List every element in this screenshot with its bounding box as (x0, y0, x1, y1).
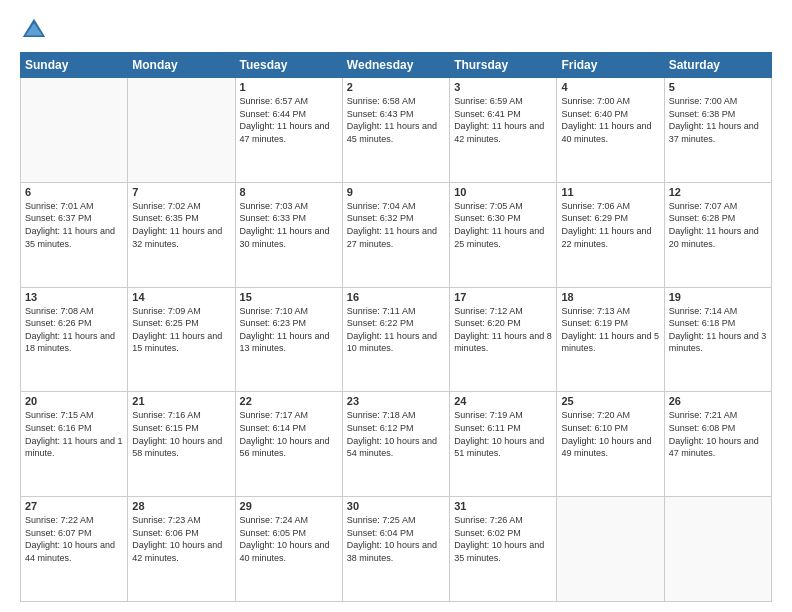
day-number: 5 (669, 81, 767, 93)
day-detail: Sunrise: 7:25 AMSunset: 6:04 PMDaylight:… (347, 514, 445, 564)
day-number: 25 (561, 395, 659, 407)
page: SundayMondayTuesdayWednesdayThursdayFrid… (0, 0, 792, 612)
day-detail: Sunrise: 7:12 AMSunset: 6:20 PMDaylight:… (454, 305, 552, 355)
day-number: 4 (561, 81, 659, 93)
day-number: 17 (454, 291, 552, 303)
day-number: 23 (347, 395, 445, 407)
calendar-day-cell: 25Sunrise: 7:20 AMSunset: 6:10 PMDayligh… (557, 392, 664, 497)
weekday-header-saturday: Saturday (664, 53, 771, 78)
weekday-header-tuesday: Tuesday (235, 53, 342, 78)
calendar-day-cell: 7Sunrise: 7:02 AMSunset: 6:35 PMDaylight… (128, 182, 235, 287)
day-number: 12 (669, 186, 767, 198)
weekday-header-sunday: Sunday (21, 53, 128, 78)
header (20, 16, 772, 44)
day-number: 30 (347, 500, 445, 512)
day-detail: Sunrise: 6:59 AMSunset: 6:41 PMDaylight:… (454, 95, 552, 145)
day-detail: Sunrise: 7:15 AMSunset: 6:16 PMDaylight:… (25, 409, 123, 459)
day-detail: Sunrise: 7:05 AMSunset: 6:30 PMDaylight:… (454, 200, 552, 250)
calendar-day-cell: 13Sunrise: 7:08 AMSunset: 6:26 PMDayligh… (21, 287, 128, 392)
calendar-week-row: 1Sunrise: 6:57 AMSunset: 6:44 PMDaylight… (21, 78, 772, 183)
calendar-day-cell: 5Sunrise: 7:00 AMSunset: 6:38 PMDaylight… (664, 78, 771, 183)
calendar-day-cell: 1Sunrise: 6:57 AMSunset: 6:44 PMDaylight… (235, 78, 342, 183)
day-number: 22 (240, 395, 338, 407)
day-number: 11 (561, 186, 659, 198)
day-detail: Sunrise: 7:06 AMSunset: 6:29 PMDaylight:… (561, 200, 659, 250)
calendar-day-cell: 19Sunrise: 7:14 AMSunset: 6:18 PMDayligh… (664, 287, 771, 392)
weekday-header-row: SundayMondayTuesdayWednesdayThursdayFrid… (21, 53, 772, 78)
calendar-day-cell: 2Sunrise: 6:58 AMSunset: 6:43 PMDaylight… (342, 78, 449, 183)
day-number: 1 (240, 81, 338, 93)
day-detail: Sunrise: 7:21 AMSunset: 6:08 PMDaylight:… (669, 409, 767, 459)
day-detail: Sunrise: 7:22 AMSunset: 6:07 PMDaylight:… (25, 514, 123, 564)
calendar-day-cell: 14Sunrise: 7:09 AMSunset: 6:25 PMDayligh… (128, 287, 235, 392)
calendar-day-cell: 8Sunrise: 7:03 AMSunset: 6:33 PMDaylight… (235, 182, 342, 287)
day-number: 18 (561, 291, 659, 303)
calendar-day-cell: 17Sunrise: 7:12 AMSunset: 6:20 PMDayligh… (450, 287, 557, 392)
day-detail: Sunrise: 7:01 AMSunset: 6:37 PMDaylight:… (25, 200, 123, 250)
calendar-day-cell: 12Sunrise: 7:07 AMSunset: 6:28 PMDayligh… (664, 182, 771, 287)
calendar-day-cell: 21Sunrise: 7:16 AMSunset: 6:15 PMDayligh… (128, 392, 235, 497)
calendar-day-cell: 26Sunrise: 7:21 AMSunset: 6:08 PMDayligh… (664, 392, 771, 497)
calendar-day-cell: 6Sunrise: 7:01 AMSunset: 6:37 PMDaylight… (21, 182, 128, 287)
calendar-day-cell: 24Sunrise: 7:19 AMSunset: 6:11 PMDayligh… (450, 392, 557, 497)
day-number: 29 (240, 500, 338, 512)
calendar-day-cell (664, 497, 771, 602)
calendar-day-cell: 23Sunrise: 7:18 AMSunset: 6:12 PMDayligh… (342, 392, 449, 497)
calendar-day-cell: 4Sunrise: 7:00 AMSunset: 6:40 PMDaylight… (557, 78, 664, 183)
day-detail: Sunrise: 6:57 AMSunset: 6:44 PMDaylight:… (240, 95, 338, 145)
day-number: 6 (25, 186, 123, 198)
day-detail: Sunrise: 7:19 AMSunset: 6:11 PMDaylight:… (454, 409, 552, 459)
calendar-day-cell: 20Sunrise: 7:15 AMSunset: 6:16 PMDayligh… (21, 392, 128, 497)
day-detail: Sunrise: 7:02 AMSunset: 6:35 PMDaylight:… (132, 200, 230, 250)
calendar-day-cell: 29Sunrise: 7:24 AMSunset: 6:05 PMDayligh… (235, 497, 342, 602)
calendar-day-cell (128, 78, 235, 183)
day-number: 20 (25, 395, 123, 407)
day-number: 3 (454, 81, 552, 93)
calendar-day-cell: 28Sunrise: 7:23 AMSunset: 6:06 PMDayligh… (128, 497, 235, 602)
calendar-day-cell: 31Sunrise: 7:26 AMSunset: 6:02 PMDayligh… (450, 497, 557, 602)
weekday-header-monday: Monday (128, 53, 235, 78)
day-detail: Sunrise: 7:17 AMSunset: 6:14 PMDaylight:… (240, 409, 338, 459)
calendar-week-row: 20Sunrise: 7:15 AMSunset: 6:16 PMDayligh… (21, 392, 772, 497)
day-number: 15 (240, 291, 338, 303)
day-number: 19 (669, 291, 767, 303)
day-number: 21 (132, 395, 230, 407)
day-detail: Sunrise: 7:26 AMSunset: 6:02 PMDaylight:… (454, 514, 552, 564)
day-detail: Sunrise: 7:20 AMSunset: 6:10 PMDaylight:… (561, 409, 659, 459)
day-detail: Sunrise: 7:14 AMSunset: 6:18 PMDaylight:… (669, 305, 767, 355)
calendar-week-row: 27Sunrise: 7:22 AMSunset: 6:07 PMDayligh… (21, 497, 772, 602)
day-detail: Sunrise: 7:00 AMSunset: 6:38 PMDaylight:… (669, 95, 767, 145)
day-number: 31 (454, 500, 552, 512)
calendar-day-cell (21, 78, 128, 183)
weekday-header-wednesday: Wednesday (342, 53, 449, 78)
day-number: 2 (347, 81, 445, 93)
day-number: 7 (132, 186, 230, 198)
day-detail: Sunrise: 7:23 AMSunset: 6:06 PMDaylight:… (132, 514, 230, 564)
weekday-header-thursday: Thursday (450, 53, 557, 78)
logo-icon (20, 16, 48, 44)
day-number: 8 (240, 186, 338, 198)
calendar-day-cell: 11Sunrise: 7:06 AMSunset: 6:29 PMDayligh… (557, 182, 664, 287)
day-detail: Sunrise: 7:08 AMSunset: 6:26 PMDaylight:… (25, 305, 123, 355)
calendar-day-cell: 27Sunrise: 7:22 AMSunset: 6:07 PMDayligh… (21, 497, 128, 602)
calendar-day-cell: 9Sunrise: 7:04 AMSunset: 6:32 PMDaylight… (342, 182, 449, 287)
calendar-day-cell: 10Sunrise: 7:05 AMSunset: 6:30 PMDayligh… (450, 182, 557, 287)
day-number: 27 (25, 500, 123, 512)
calendar-day-cell: 16Sunrise: 7:11 AMSunset: 6:22 PMDayligh… (342, 287, 449, 392)
day-detail: Sunrise: 7:13 AMSunset: 6:19 PMDaylight:… (561, 305, 659, 355)
day-number: 13 (25, 291, 123, 303)
day-number: 16 (347, 291, 445, 303)
calendar-day-cell: 3Sunrise: 6:59 AMSunset: 6:41 PMDaylight… (450, 78, 557, 183)
day-number: 28 (132, 500, 230, 512)
day-number: 26 (669, 395, 767, 407)
day-detail: Sunrise: 7:10 AMSunset: 6:23 PMDaylight:… (240, 305, 338, 355)
day-detail: Sunrise: 7:03 AMSunset: 6:33 PMDaylight:… (240, 200, 338, 250)
weekday-header-friday: Friday (557, 53, 664, 78)
day-detail: Sunrise: 6:58 AMSunset: 6:43 PMDaylight:… (347, 95, 445, 145)
calendar-table: SundayMondayTuesdayWednesdayThursdayFrid… (20, 52, 772, 602)
logo (20, 16, 52, 44)
calendar-week-row: 13Sunrise: 7:08 AMSunset: 6:26 PMDayligh… (21, 287, 772, 392)
day-number: 14 (132, 291, 230, 303)
day-detail: Sunrise: 7:16 AMSunset: 6:15 PMDaylight:… (132, 409, 230, 459)
calendar-day-cell (557, 497, 664, 602)
